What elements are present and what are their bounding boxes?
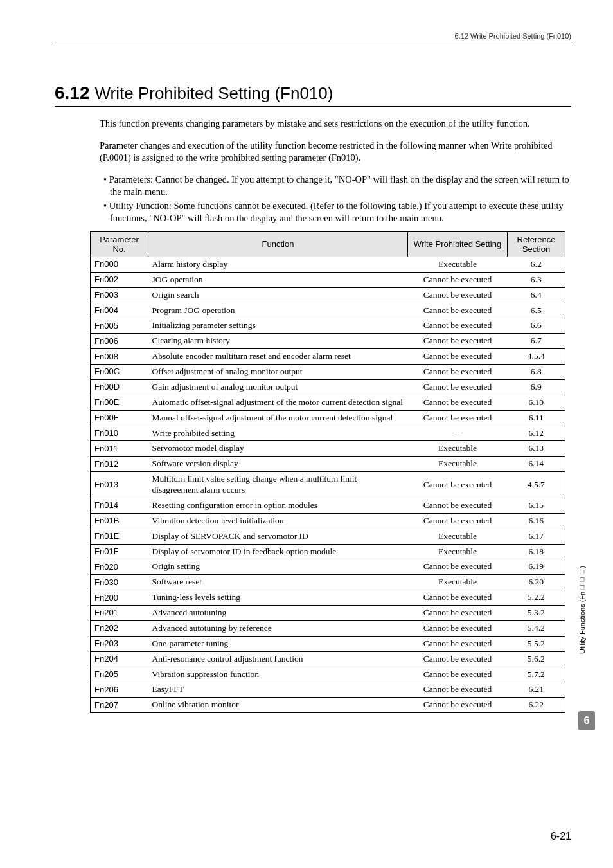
cell-setting: Cannot be executed — [408, 379, 508, 395]
side-label: Utility Functions (Fn□□□) — [578, 566, 586, 707]
chapter-tab: 6 — [578, 711, 595, 730]
cell-reference: 5.3.2 — [508, 606, 565, 621]
cell-function: Resetting configuration error in option … — [148, 498, 408, 513]
cell-function: Advanced autotuning by reference — [148, 620, 408, 636]
cell-setting: Cannot be executed — [408, 395, 508, 410]
section-title: Write Prohibited Setting (Fn010) — [95, 84, 333, 103]
cell-function: Clearing alarm history — [148, 334, 408, 349]
cell-reference: 4.5.4 — [508, 349, 565, 365]
cell-reference: 6.3 — [508, 272, 565, 287]
table-row: Fn011Servomotor model displayExecutable6… — [91, 441, 565, 457]
cell-function: Anti-resonance control adjustment functi… — [148, 651, 408, 667]
cell-setting: Cannot be executed — [408, 606, 508, 621]
cell-setting: Executable — [408, 457, 508, 472]
cell-param: Fn203 — [91, 636, 148, 651]
table-row: Fn006Clearing alarm historyCannot be exe… — [91, 334, 565, 349]
cell-setting: Cannot be executed — [408, 349, 508, 365]
table-row: Fn020Origin settingCannot be executed6.1… — [91, 559, 565, 575]
table-row: Fn010Write prohibited setting−6.12 — [91, 426, 565, 441]
table-row: Fn003Origin searchCannot be executed6.4 — [91, 287, 565, 303]
cell-param: Fn030 — [91, 575, 148, 590]
th-setting: Write Prohibited Setting — [408, 231, 508, 257]
cell-param: Fn012 — [91, 457, 148, 472]
bullet-utility: Utility Function: Some functions cannot … — [103, 200, 571, 225]
cell-setting: Cannot be executed — [408, 636, 508, 651]
cell-reference: 6.14 — [508, 457, 565, 472]
cell-setting: Cannot be executed — [408, 472, 508, 498]
cell-function: Manual offset-signal adjustment of the m… — [148, 410, 408, 426]
cell-reference: 5.4.2 — [508, 620, 565, 636]
cell-reference: 6.10 — [508, 395, 565, 410]
cell-function: Servomotor model display — [148, 441, 408, 457]
table-row: Fn002JOG operationCannot be executed6.3 — [91, 272, 565, 287]
cell-function: Initializing parameter settings — [148, 318, 408, 334]
cell-reference: 4.5.7 — [508, 472, 565, 498]
cell-function: Online vibration monitor — [148, 698, 408, 713]
cell-reference: 5.6.2 — [508, 651, 565, 667]
cell-setting: Cannot be executed — [408, 682, 508, 698]
cell-setting: Cannot be executed — [408, 318, 508, 334]
cell-function: Absolute encoder multiturn reset and enc… — [148, 349, 408, 365]
table-row: Fn00FManual offset-signal adjustment of … — [91, 410, 565, 426]
cell-function: Automatic offset-signal adjustment of th… — [148, 395, 408, 410]
cell-function: Write prohibited setting — [148, 426, 408, 441]
cell-param: Fn205 — [91, 667, 148, 682]
cell-reference: 5.5.2 — [508, 636, 565, 651]
table-row: Fn204Anti-resonance control adjustment f… — [91, 651, 565, 667]
cell-reference: 6.2 — [508, 257, 565, 272]
intro-p1: This function prevents changing paramete… — [100, 118, 571, 131]
cell-function: One-parameter tuning — [148, 636, 408, 651]
cell-function: Software version display — [148, 457, 408, 472]
cell-function: Vibration suppression function — [148, 667, 408, 682]
cell-reference: 6.13 — [508, 441, 565, 457]
cell-setting: Cannot be executed — [408, 272, 508, 287]
cell-setting: Cannot be executed — [408, 559, 508, 575]
table-row: Fn01EDisplay of SERVOPACK and servomotor… — [91, 529, 565, 544]
table-row: Fn00DGain adjustment of analog monitor o… — [91, 379, 565, 395]
cell-function: Software reset — [148, 575, 408, 590]
cell-setting: Cannot be executed — [408, 410, 508, 426]
table-row: Fn00EAutomatic offset-signal adjustment … — [91, 395, 565, 410]
cell-setting: Cannot be executed — [408, 334, 508, 349]
cell-reference: 6.17 — [508, 529, 565, 544]
cell-param: Fn006 — [91, 334, 148, 349]
cell-setting: Executable — [408, 529, 508, 544]
cell-param: Fn000 — [91, 257, 148, 272]
table-row: Fn030Software resetExecutable6.20 — [91, 575, 565, 590]
cell-reference: 6.5 — [508, 303, 565, 318]
cell-param: Fn00F — [91, 410, 148, 426]
cell-setting: Cannot be executed — [408, 698, 508, 713]
cell-param: Fn201 — [91, 606, 148, 621]
cell-reference: 6.6 — [508, 318, 565, 334]
side-tab: Utility Functions (Fn□□□) 6 — [578, 566, 595, 746]
bullet-parameters: Parameters: Cannot be changed. If you at… — [103, 174, 571, 199]
cell-function: Multiturn limit value setting change whe… — [148, 472, 408, 498]
cell-reference: 5.7.2 — [508, 667, 565, 682]
cell-param: Fn008 — [91, 349, 148, 365]
cell-function: Vibration detection level initialization — [148, 513, 408, 529]
cell-reference: 6.8 — [508, 365, 565, 380]
cell-function: Origin setting — [148, 559, 408, 575]
cell-param: Fn200 — [91, 590, 148, 606]
cell-setting: Cannot be executed — [408, 513, 508, 529]
cell-setting: Cannot be executed — [408, 651, 508, 667]
cell-setting: Cannot be executed — [408, 303, 508, 318]
cell-setting: Executable — [408, 257, 508, 272]
th-function: Function — [148, 231, 408, 257]
cell-setting: Executable — [408, 575, 508, 590]
cell-param: Fn014 — [91, 498, 148, 513]
cell-param: Fn01E — [91, 529, 148, 544]
cell-function: JOG operation — [148, 272, 408, 287]
cell-param: Fn003 — [91, 287, 148, 303]
cell-param: Fn013 — [91, 472, 148, 498]
cell-param: Fn004 — [91, 303, 148, 318]
table-row: Fn012Software version displayExecutable6… — [91, 457, 565, 472]
cell-function: Alarm history display — [148, 257, 408, 272]
cell-function: EasyFFT — [148, 682, 408, 698]
table-row: Fn200Tuning-less levels settingCannot be… — [91, 590, 565, 606]
table-row: Fn01BVibration detection level initializ… — [91, 513, 565, 529]
cell-reference: 6.11 — [508, 410, 565, 426]
cell-setting: Cannot be executed — [408, 498, 508, 513]
table-row: Fn203One-parameter tuningCannot be execu… — [91, 636, 565, 651]
cell-function: Display of servomotor ID in feedback opt… — [148, 544, 408, 559]
